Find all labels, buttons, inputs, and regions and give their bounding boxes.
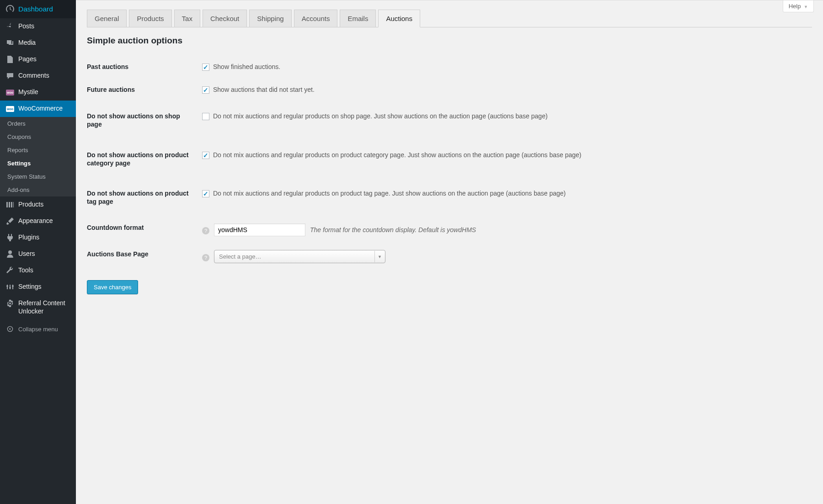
sidebar-item-dashboard[interactable]: Dashboard [0,0,76,18]
sidebar-item-label: Tools [18,266,33,274]
checkbox-tag-page[interactable] [202,190,209,197]
help-label: Help [789,3,801,10]
sidebar-item-label: Settings [18,282,42,291]
woo-icon: woo [5,88,15,97]
submenu-item-settings[interactable]: Settings [0,157,76,170]
sidebar-item-label: WooCommerce [18,104,63,112]
tab-general[interactable]: General [87,10,127,27]
sidebar-item-label: Users [18,249,35,258]
sidebar-item-referral[interactable]: Referral Content Unlocker [0,295,76,319]
select-base-page[interactable]: Select a page… ▼ [214,250,385,263]
checkbox-label: Do not mix auctions and regular products… [213,189,566,198]
tab-shipping[interactable]: Shipping [249,10,291,27]
sidebar-item-tools[interactable]: Tools [0,262,76,279]
section-title: Simple auction options [87,36,812,46]
setting-label: Auctions Base Page [87,250,202,258]
setting-label: Do not show auctions on product tag page [87,189,202,206]
dashboard-icon [5,5,15,14]
user-icon [5,249,15,259]
sidebar-item-comments[interactable]: Comments [0,68,76,84]
settings-tabs: General Products Tax Checkout Shipping A… [87,10,812,27]
setting-future-auctions: Future auctions Show auctions that did n… [87,79,812,101]
checkbox-past-auctions[interactable] [202,64,209,71]
setting-label: Do not show auctions on shop page [87,112,202,128]
sidebar-item-label: Plugins [18,233,39,241]
tab-auctions[interactable]: Auctions [378,10,420,27]
wrench-icon [5,266,15,275]
submenu-item-addons[interactable]: Add-ons [0,183,76,196]
sidebar-item-woocommerce[interactable]: woo WooCommerce [0,101,76,117]
checkbox-label: Show finished auctions. [213,63,280,72]
select-display: Select a page… [214,250,385,263]
setting-countdown-format: Countdown format ? The format for the co… [87,217,812,243]
setting-label: Countdown format [87,223,202,232]
svg-point-0 [8,250,12,254]
checkbox-label: Do not mix auctions and regular products… [213,151,582,160]
media-icon [5,38,15,48]
comment-icon [5,71,15,80]
help-toggle[interactable]: Help ▼ [783,0,814,12]
sidebar-item-appearance[interactable]: Appearance [0,213,76,229]
sidebar-item-label: Referral Content Unlocker [18,299,70,315]
help-tip-icon[interactable]: ? [202,227,209,234]
gear-icon [5,299,15,308]
sidebar-item-posts[interactable]: Posts [0,18,76,35]
plug-icon [5,233,15,242]
setting-label: Do not show auctions on product category… [87,151,202,167]
main-content: Help ▼ General Products Tax Checkout Shi… [76,0,823,504]
sidebar-item-users[interactable]: Users [0,246,76,262]
sidebar-submenu: Orders Coupons Reports Settings System S… [0,117,76,196]
sidebar-item-label: Media [18,38,36,47]
submenu-item-reports[interactable]: Reports [0,143,76,157]
setting-category-page: Do not show auctions on product category… [87,140,812,178]
tab-emails[interactable]: Emails [340,10,376,27]
collapse-menu[interactable]: Collapse menu [0,321,76,337]
chevron-down-icon: ▼ [374,251,385,262]
submenu-item-orders[interactable]: Orders [0,117,76,130]
sidebar-item-pages[interactable]: Pages [0,51,76,68]
field-description: The format for the countdown display. De… [310,226,476,233]
save-button[interactable]: Save changes [87,280,138,294]
sidebar-item-label: Pages [18,55,37,63]
sidebar-item-label: Comments [18,71,49,80]
tab-tax[interactable]: Tax [174,10,200,27]
sidebar-item-media[interactable]: Media [0,35,76,51]
sidebar-item-label: Mystile [18,88,38,96]
checkbox-category-page[interactable] [202,152,209,159]
submenu-item-system-status[interactable]: System Status [0,170,76,183]
tab-accounts[interactable]: Accounts [294,10,338,27]
sidebar-item-label: Posts [18,22,34,30]
setting-shop-page: Do not show auctions on shop page Do not… [87,101,812,139]
setting-past-auctions: Past auctions Show finished auctions. [87,56,812,79]
tab-checkout[interactable]: Checkout [203,10,247,27]
collapse-icon [5,326,15,332]
brush-icon [5,217,15,226]
checkbox-shop-page[interactable] [202,113,209,120]
page-icon [5,55,15,64]
tab-products[interactable]: Products [129,10,171,27]
sidebar-item-plugins[interactable]: Plugins [0,229,76,246]
sidebar-item-label: Appearance [18,217,53,225]
input-countdown-format[interactable] [214,223,305,236]
sidebar-item-settings[interactable]: Settings [0,279,76,295]
sidebar-item-label: Products [18,200,43,208]
collapse-label: Collapse menu [18,326,58,333]
caret-down-icon: ▼ [804,5,808,9]
sliders-icon [5,282,15,292]
woo-icon: woo [5,104,15,113]
setting-label: Future auctions [87,85,202,94]
setting-tag-page: Do not show auctions on product tag page… [87,178,812,217]
checkbox-label: Do not mix auctions and regular products… [213,112,548,121]
help-tip-icon[interactable]: ? [202,254,209,261]
checkbox-label: Show auctions that did not start yet. [213,85,315,95]
products-icon [5,200,15,209]
admin-sidebar: Dashboard Posts Media Pages Comments woo… [0,0,76,504]
sidebar-item-products[interactable]: Products [0,196,76,213]
submenu-item-coupons[interactable]: Coupons [0,130,76,143]
sidebar-item-label: Dashboard [18,5,53,14]
pin-icon [5,22,15,31]
sidebar-item-mystile[interactable]: woo Mystile [0,84,76,101]
checkbox-future-auctions[interactable] [202,86,209,94]
setting-base-page: Auctions Base Page ? Select a page… ▼ [87,243,812,270]
setting-label: Past auctions [87,63,202,71]
